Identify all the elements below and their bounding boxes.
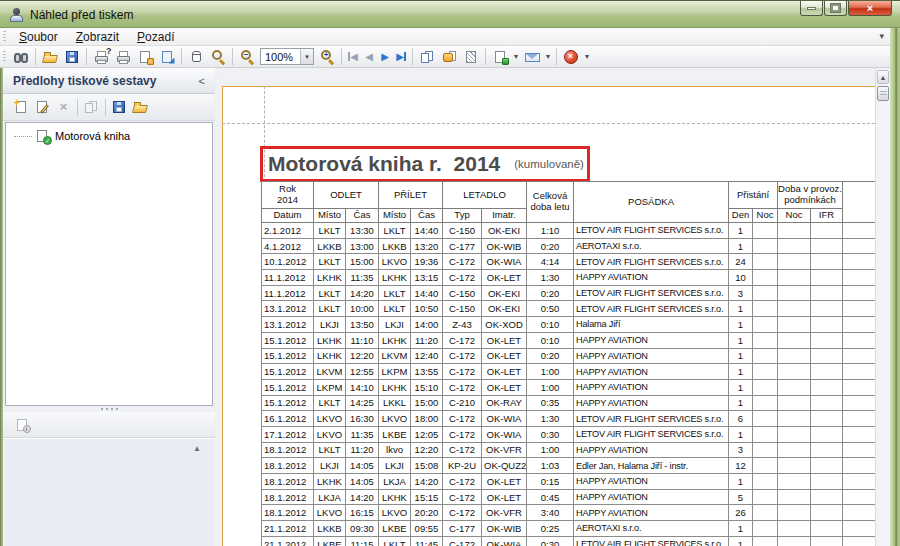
maximize-button[interactable] (824, 1, 847, 16)
cell (811, 536, 843, 546)
cell (753, 379, 778, 395)
cell: 14:05 (346, 474, 379, 490)
cell: LETOV AIR FLIGHT SERVICES s.r.o. (574, 254, 729, 270)
first-page-button[interactable]: ◀ (345, 47, 361, 67)
thumbnails-button[interactable] (438, 47, 460, 67)
cell (778, 521, 811, 537)
zoom-tool-button[interactable] (207, 47, 229, 67)
cell: LKHK (314, 474, 346, 490)
cell: LKHK (379, 489, 411, 505)
menu-pozadi[interactable]: Pozadí (128, 29, 183, 45)
save-button[interactable] (61, 47, 83, 67)
cell: KP-2U (443, 458, 482, 474)
new-report-button[interactable] (11, 97, 32, 117)
menu-soubor[interactable]: Soubor (10, 29, 67, 45)
page-setup-icon (137, 49, 154, 65)
edit-report-button[interactable] (32, 97, 53, 117)
toolbar-grip[interactable] (3, 51, 6, 63)
cell (811, 411, 843, 427)
open-button[interactable] (39, 47, 61, 67)
zoom-value[interactable]: 100% (261, 51, 300, 63)
cell: Edler Jan, Halama Jiří - instr. (574, 458, 729, 474)
zoom-combobox[interactable]: 100% ▾ (260, 48, 314, 65)
cell: LETOV AIR FLIGHT SERVICES s.r.o. (574, 536, 729, 546)
cell: 12:05 (411, 426, 443, 442)
cell: C-172 (443, 379, 482, 395)
cell: 09:55 (411, 521, 443, 537)
cell: OK-WIA (482, 254, 527, 270)
cell: HAPPY AVIATION (574, 395, 729, 411)
print-dialog-button[interactable]: ? (90, 47, 112, 67)
menubar-overflow-chevron-down-icon[interactable]: ▾ (879, 31, 884, 41)
minimize-button[interactable] (800, 1, 823, 16)
cell: LKVO (379, 254, 411, 270)
cell: 0:20 (527, 348, 574, 364)
cell: LKJA (379, 474, 411, 490)
cell: 3 (729, 442, 753, 458)
open-report-button[interactable] (130, 97, 151, 117)
cell: 15.1.2012 (262, 364, 314, 380)
cell (843, 254, 875, 270)
page-setup-button[interactable] (134, 47, 156, 67)
tree-item-motorova-kniha[interactable]: ✓ Motorová kniha (6, 123, 212, 144)
cell: LKLT (379, 301, 411, 317)
zoom-out-button[interactable]: − (236, 47, 258, 67)
print-button[interactable] (112, 47, 134, 67)
scale-page-button[interactable] (156, 47, 178, 67)
cell: LKHK (379, 379, 411, 395)
copy-report-button[interactable] (81, 97, 102, 117)
menu-zobrazit[interactable]: Zobrazit (67, 29, 128, 45)
cell: LKJA (314, 489, 346, 505)
panel-collapse-left-icon[interactable]: < (199, 75, 215, 87)
export-chevron-down-icon[interactable]: ▾ (511, 52, 521, 61)
next-page-button[interactable]: ▶ (377, 47, 393, 67)
scroll-up-button[interactable]: ▲ (877, 70, 889, 84)
email-button[interactable] (521, 47, 543, 67)
document-check-icon: ✓ (34, 128, 51, 144)
cell: 14:05 (346, 458, 379, 474)
delete-report-button[interactable]: × (53, 97, 74, 117)
cell: LKVM (314, 364, 346, 380)
export-button[interactable] (489, 47, 511, 67)
cell: 1 (729, 301, 753, 317)
cell: HAPPY AVIATION (574, 348, 729, 364)
panel-collapse-up-icon[interactable]: ▲ (193, 444, 201, 453)
cell: C-150 (443, 301, 482, 317)
menubar-grip[interactable] (3, 31, 6, 43)
last-page-button[interactable]: ▶ (393, 47, 409, 67)
cell: HAPPY AVIATION (574, 332, 729, 348)
cell (778, 426, 811, 442)
pan-button[interactable] (185, 47, 207, 67)
email-chevron-down-icon[interactable]: ▾ (543, 52, 553, 61)
flight-log-table: Rok2014 ODLET PŘÍLET LETADLO Celkovádoba… (261, 181, 875, 546)
close-button[interactable]: × (848, 1, 892, 16)
cell: 15.1.2012 (262, 332, 314, 348)
save-report-button[interactable] (109, 97, 130, 117)
prev-page-button[interactable]: ◀ (361, 47, 377, 67)
scrollbar-thumb[interactable] (877, 86, 889, 101)
cell (778, 348, 811, 364)
close-preview-button[interactable]: × (560, 47, 582, 67)
find-button[interactable] (10, 47, 32, 67)
zoom-dropdown-chevron-down-icon[interactable]: ▾ (300, 49, 313, 64)
cell: LKLT (314, 254, 346, 270)
col-header-prilet: PŘÍLET (379, 182, 443, 209)
cell: 11:10 (346, 332, 379, 348)
col-header-misto2: Místo (379, 209, 411, 223)
report-info-button[interactable]: i (11, 415, 33, 435)
zoom-in-button[interactable]: + (316, 47, 338, 67)
vertical-scrollbar[interactable]: ▲ (875, 68, 890, 546)
table-row: 15.1.2012LKLT14:25LKKL15:00C-210OK-RAY0:… (262, 395, 876, 411)
cell (811, 348, 843, 364)
table-row: 15.1.2012LKVM12:55LKPM13:55C-172OK-LET1:… (262, 364, 876, 380)
watermark-button[interactable] (460, 47, 482, 67)
cell (811, 364, 843, 380)
cell (778, 254, 811, 270)
cell (843, 348, 875, 364)
multipage-view-button[interactable] (416, 47, 438, 67)
cell: LKHK (314, 348, 346, 364)
col-header-rok: Rok2014 (262, 182, 314, 209)
cell: 21.1.2012 (262, 521, 314, 537)
table-row: 13.1.2012LKLT10:00LKLT10:50C-150OK-EKI0:… (262, 301, 876, 317)
toolbar-overflow-chevron-down-icon[interactable]: ▾ (582, 52, 592, 61)
